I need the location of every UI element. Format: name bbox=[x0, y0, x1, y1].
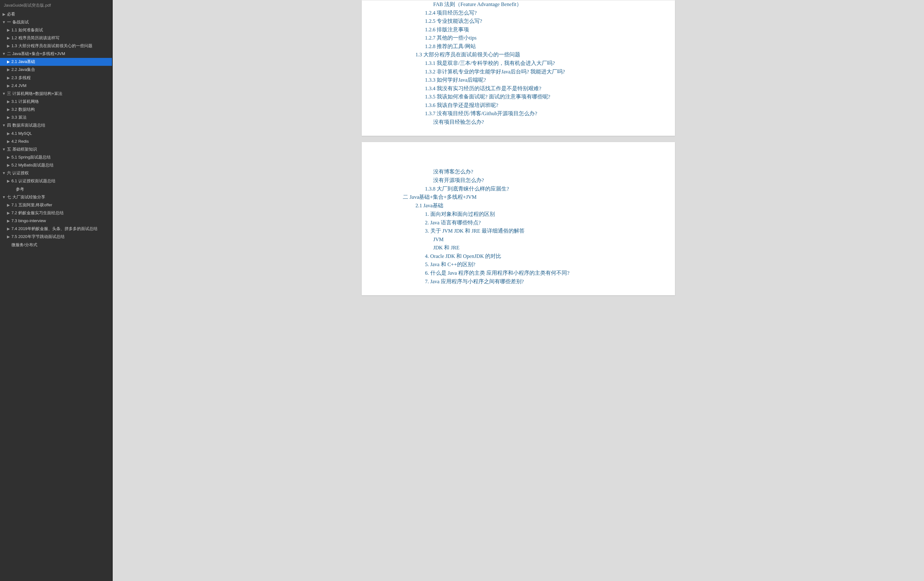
outline-item-label: 2.2 Java集合 bbox=[12, 66, 35, 73]
outline-item[interactable]: ▼七 大厂面试经验分享 bbox=[0, 193, 112, 201]
toc-entry[interactable]: 1.2.4 项目经历怎么写? bbox=[425, 9, 656, 17]
toc-entry[interactable]: 没有博客怎么办? bbox=[433, 168, 656, 176]
outline-item-label: 3.2 数据结构 bbox=[12, 106, 35, 113]
toc-entry[interactable]: 1.2.7 其他的一些小tips bbox=[425, 34, 656, 42]
outline-item[interactable]: ▼五 基础框架知识 bbox=[0, 145, 112, 153]
outline-item-label: 7.3 bingo-interview bbox=[12, 218, 46, 224]
outline-item-label: 7.4 2019年蚂蚁金服、头条、拼多多的面试总结 bbox=[12, 226, 97, 232]
toc-entry[interactable]: 1.2.6 排版注意事项 bbox=[425, 26, 656, 34]
pdf-page: 没有博客怎么办?没有开源项目怎么办?1.3.8 大厂到底青睐什么样的应届生?二 … bbox=[362, 142, 675, 295]
chevron-right-icon: ▶ bbox=[7, 107, 10, 112]
outline-item[interactable]: ▶3.1 计算机网络 bbox=[0, 98, 112, 106]
outline-item[interactable]: ▶3.3 算法 bbox=[0, 114, 112, 122]
outline-item[interactable]: ▶7.1 五面阿里,终获offer bbox=[0, 201, 112, 209]
outline-item-label: 7.1 五面阿里,终获offer bbox=[12, 202, 52, 208]
toc-entry[interactable]: 6. 什么是 Java 程序的主类 应用程序和小程序的主类有何不同? bbox=[425, 269, 656, 277]
toc-entry[interactable]: 1.3 大部分程序员在面试前很关心的一些问题 bbox=[416, 51, 656, 59]
outline-item-label: 2.3 多线程 bbox=[12, 75, 31, 81]
toc-entry[interactable]: 1.3.7 没有项目经历/博客/Github开源项目怎么办? bbox=[425, 109, 656, 118]
chevron-down-icon: ▼ bbox=[2, 147, 6, 152]
toc-entry[interactable]: JDK 和 JRE bbox=[433, 244, 656, 252]
outline-item-label: 5.1 Spring面试题总结 bbox=[12, 154, 51, 160]
outline-item[interactable]: ▶5.2 MyBatis面试题总结 bbox=[0, 162, 112, 169]
outline-item[interactable]: ▶4.2 Redis bbox=[0, 137, 112, 145]
toc-entry[interactable]: 4. Oracle JDK 和 OpenJDK 的对比 bbox=[425, 252, 656, 261]
toc-entry[interactable]: FAB 法则（Feature Advantage Benefit） bbox=[433, 0, 656, 8]
chevron-right-icon: ▶ bbox=[7, 75, 10, 81]
outline-item[interactable]: ▼二 Java基础+集合+多线程+JVM bbox=[0, 50, 112, 58]
outline-item-label: 必看 bbox=[7, 11, 15, 17]
outline-item[interactable]: 微服务/分布式 bbox=[0, 241, 112, 249]
chevron-right-icon: ▶ bbox=[7, 139, 10, 144]
outline-item[interactable]: ▶7.2 蚂蚁金服实习生面经总结 bbox=[0, 209, 112, 217]
toc-entry[interactable]: 1.3.3 如何学好Java后端呢? bbox=[425, 76, 656, 84]
outline-item[interactable]: ▶2.1 Java基础 bbox=[0, 58, 112, 66]
toc-entry[interactable]: 1.3.2 非计算机专业的学生能学好Java后台吗? 我能进大厂吗? bbox=[425, 68, 656, 76]
outline-item-label: 微服务/分布式 bbox=[12, 242, 37, 248]
outline-item-label: 3.3 算法 bbox=[12, 114, 26, 120]
chevron-right-icon: ▶ bbox=[7, 131, 10, 136]
outline-sidebar[interactable]: JavaGuide面试突击版.pdf ▶必看▼一 备战面试▶1.1 如何准备面试… bbox=[0, 0, 112, 581]
toc-entry[interactable]: 1.3.1 我是双非/三本/专科学校的，我有机会进入大厂吗? bbox=[425, 59, 656, 68]
outline-item[interactable]: ▼四 数据库面试题总结 bbox=[0, 122, 112, 129]
chevron-right-icon: ▶ bbox=[7, 218, 10, 224]
outline-item[interactable]: ▶2.2 Java集合 bbox=[0, 66, 112, 74]
outline-item[interactable]: ▶4.1 MySQL bbox=[0, 129, 112, 137]
toc-entry[interactable]: 7. Java 应用程序与小程序之间有哪些差别? bbox=[425, 277, 656, 286]
app-window: JavaGuide面试突击版.pdf ▶必看▼一 备战面试▶1.1 如何准备面试… bbox=[0, 0, 924, 581]
outline-item[interactable]: ▶6.1 认证授权面试题总结 bbox=[0, 177, 112, 185]
outline-item[interactable]: ▶1.2 程序员简历就该这样写 bbox=[0, 34, 112, 42]
toc-entry[interactable]: 二 Java基础+集合+多线程+JVM bbox=[403, 193, 656, 201]
toc-entry[interactable]: JVM bbox=[433, 236, 656, 244]
outline-item[interactable]: ▶2.4 JVM bbox=[0, 82, 112, 89]
chevron-down-icon: ▼ bbox=[2, 194, 6, 200]
outline-item[interactable]: ▶3.2 数据结构 bbox=[0, 106, 112, 114]
outline-item[interactable]: ▶7.4 2019年蚂蚁金服、头条、拼多多的面试总结 bbox=[0, 225, 112, 233]
chevron-right-icon: ▶ bbox=[7, 83, 10, 89]
chevron-right-icon: ▶ bbox=[7, 162, 10, 168]
outline-item-label: 6.1 认证授权面试题总结 bbox=[12, 178, 55, 184]
chevron-right-icon: ▶ bbox=[7, 67, 10, 73]
chevron-right-icon: ▶ bbox=[7, 210, 10, 216]
chevron-down-icon: ▼ bbox=[2, 51, 6, 57]
chevron-down-icon: ▼ bbox=[2, 19, 6, 25]
toc-entry[interactable]: 1.2.5 专业技能该怎么写? bbox=[425, 17, 656, 25]
outline-item[interactable]: ▶7.3 bingo-interview bbox=[0, 217, 112, 225]
outline-item-label: 1.3 大部分程序员在面试前很关心的一些问题 bbox=[12, 43, 92, 49]
outline-item[interactable]: ▶7.5 2020年字节跳动面试总结 bbox=[0, 233, 112, 241]
outline-item-label: 三 计算机网络+数据结构+算法 bbox=[7, 91, 62, 97]
toc-entry[interactable]: 没有开源项目怎么办? bbox=[433, 176, 656, 185]
toc-entry[interactable]: 1.3.6 我该自学还是报培训班呢? bbox=[425, 101, 656, 109]
outline-item[interactable]: ▼六 认证授权 bbox=[0, 169, 112, 177]
outline-item-label: 7.5 2020年字节跳动面试总结 bbox=[12, 234, 64, 240]
toc-entry[interactable]: 没有项目经验怎么办? bbox=[433, 118, 656, 126]
outline-item-label: 2.4 JVM bbox=[12, 83, 26, 89]
outline-item-label: 2.1 Java基础 bbox=[12, 59, 35, 65]
toc-entry[interactable]: 1. 面向对象和面向过程的区别 bbox=[425, 210, 656, 218]
outline-item[interactable]: ▶5.1 Spring面试题总结 bbox=[0, 154, 112, 162]
toc-entry[interactable]: 1.3.5 我该如何准备面试呢? 面试的注意事项有哪些呢? bbox=[425, 93, 656, 101]
toc-entry[interactable]: 1.3.8 大厂到底青睐什么样的应届生? bbox=[425, 185, 656, 193]
toc-entry[interactable]: 1.3.4 我没有实习经历的话找工作是不是特别艰难? bbox=[425, 84, 656, 93]
outline-item[interactable]: ▶必看 bbox=[0, 10, 112, 18]
outline-item-label: 六 认证授权 bbox=[7, 170, 29, 176]
outline-item[interactable]: ▼一 备战面试 bbox=[0, 18, 112, 26]
chevron-right-icon: ▶ bbox=[7, 27, 10, 33]
chevron-right-icon: ▶ bbox=[7, 154, 10, 160]
outline-item[interactable]: ▼三 计算机网络+数据结构+算法 bbox=[0, 89, 112, 97]
outline-item[interactable]: 参考 bbox=[0, 185, 112, 193]
outline-item[interactable]: ▶1.3 大部分程序员在面试前很关心的一些问题 bbox=[0, 42, 112, 50]
toc-entry[interactable]: 2. Java 语言有哪些特点? bbox=[425, 219, 656, 227]
toc-entry[interactable]: 5. Java 和 C++的区别? bbox=[425, 261, 656, 269]
document-viewport[interactable]: FAB 法则（Feature Advantage Benefit）1.2.4 项… bbox=[113, 0, 924, 581]
toc-entry[interactable]: 3. 关于 JVM JDK 和 JRE 最详细通俗的解答 bbox=[425, 227, 656, 235]
outline-item-label: 3.1 计算机网络 bbox=[12, 98, 39, 105]
outline-item-label: 1.1 如何准备面试 bbox=[12, 27, 43, 33]
toc-entry[interactable]: 2.1 Java基础 bbox=[416, 201, 656, 210]
outline-item[interactable]: ▶1.1 如何准备面试 bbox=[0, 26, 112, 34]
chevron-right-icon: ▶ bbox=[7, 234, 10, 239]
pdf-page: FAB 法则（Feature Advantage Benefit）1.2.4 项… bbox=[362, 0, 675, 136]
outline-item[interactable]: ▶2.3 多线程 bbox=[0, 74, 112, 82]
chevron-right-icon: ▶ bbox=[7, 178, 10, 184]
toc-entry[interactable]: 1.2.8 推荐的工具/网站 bbox=[425, 42, 656, 51]
